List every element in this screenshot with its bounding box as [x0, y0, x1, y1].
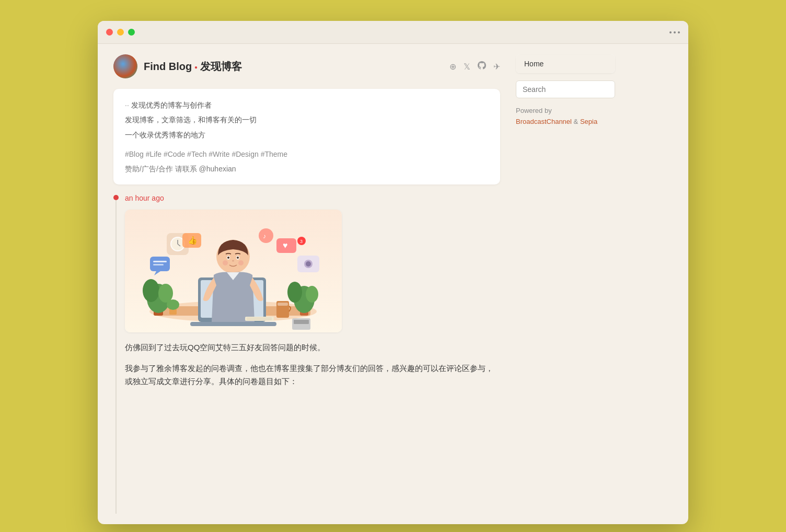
search-input[interactable]	[516, 80, 615, 98]
twitter-icon[interactable]: 𝕏	[464, 62, 470, 72]
svg-point-11	[237, 257, 239, 259]
app-window: Find Blog ● 发现博客 ⊕ 𝕏 ✈ ··发现优秀的博客与创作者	[98, 21, 688, 524]
svg-text:♥: ♥	[283, 241, 288, 250]
svg-point-22	[306, 286, 318, 303]
blog-title-text: Find Blog	[144, 61, 192, 72]
avatar	[113, 54, 137, 78]
info-text-2: 发现博客，文章筛选，和博客有关的一切	[125, 115, 257, 124]
sidebar: Home Powered by BroadcastChannel & Sepia	[516, 54, 615, 514]
contact-line: 赞助/广告/合作 请联系 @huhexian	[125, 165, 489, 174]
sidebar-item-home[interactable]: Home	[516, 54, 615, 73]
dots-decoration: ··	[125, 101, 129, 109]
svg-rect-36	[153, 261, 167, 262]
timeline-line	[115, 200, 117, 514]
svg-point-18	[158, 284, 173, 303]
svg-point-14	[238, 260, 244, 265]
powered-by-label: Powered by	[516, 107, 552, 114]
info-line-3: 一个收录优秀博客的地方	[125, 129, 489, 141]
close-button[interactable]	[106, 29, 113, 36]
svg-point-12	[232, 260, 234, 262]
timeline-content: an hour ago	[125, 194, 500, 388]
rss-icon[interactable]: ⊕	[449, 62, 456, 72]
svg-point-17	[143, 279, 159, 302]
svg-point-48	[259, 228, 273, 243]
sidebar-nav: Home	[516, 54, 615, 73]
titlebar	[98, 21, 688, 44]
blog-header: Find Blog ● 发现博客 ⊕ 𝕏 ✈	[113, 54, 500, 78]
info-line-1: ··发现优秀的博客与创作者	[125, 99, 489, 111]
main-column: Find Blog ● 发现博客 ⊕ 𝕏 ✈ ··发现优秀的博客与创作者	[113, 54, 500, 514]
svg-point-13	[223, 260, 228, 265]
content-area: Find Blog ● 发现博客 ⊕ 𝕏 ✈ ··发现优秀的博客与创作者	[98, 44, 688, 524]
maximize-button[interactable]	[128, 29, 135, 36]
post-text-2: 我参与了雅余博客发起的问卷调查，他也在博客里搜集了部分博友们的回答，感兴趣的可以…	[125, 362, 500, 388]
traffic-lights	[106, 29, 135, 36]
blog-subtitle: 发现博客	[200, 61, 242, 72]
github-icon[interactable]	[478, 61, 486, 72]
avatar-image	[113, 54, 137, 78]
svg-rect-6	[190, 322, 276, 326]
svg-rect-30	[294, 320, 309, 324]
separator-dot: ●	[193, 64, 199, 70]
sepia-link[interactable]: Sepia	[580, 118, 597, 125]
menu-dot	[669, 31, 672, 33]
svg-rect-28	[247, 317, 272, 320]
tags-line: #Blog #Life #Code #Tech #Write #Design #…	[125, 150, 489, 158]
svg-point-26	[167, 299, 179, 310]
menu-dot	[678, 31, 680, 33]
post-text-1: 仿佛回到了过去玩QQ空间艾特三五好友回答问题的时候。	[125, 341, 500, 354]
info-text-3: 一个收录优秀博客的地方	[125, 131, 205, 139]
post-image: ♥ 3	[125, 210, 342, 332]
svg-point-21	[287, 282, 302, 303]
svg-point-10	[227, 257, 229, 259]
powered-by: Powered by BroadcastChannel & Sepia	[516, 106, 615, 128]
powered-by-separator: &	[574, 118, 580, 125]
svg-point-40	[306, 261, 311, 267]
svg-text:3: 3	[300, 239, 303, 244]
svg-rect-37	[153, 264, 164, 265]
svg-text:👍: 👍	[188, 236, 198, 245]
telegram-icon[interactable]: ✈	[493, 62, 500, 72]
timestamp: an hour ago	[125, 194, 500, 202]
post-image-container: ♥ 3	[125, 210, 342, 332]
info-text-1: 发现优秀的博客与创作者	[131, 101, 212, 109]
blog-title: Find Blog ● 发现博客	[144, 60, 242, 74]
titlebar-menu	[669, 31, 680, 33]
menu-dot	[674, 31, 676, 33]
info-line-2: 发现博客，文章筛选，和博客有关的一切	[125, 114, 489, 125]
minimize-button[interactable]	[117, 29, 124, 36]
broadcast-channel-link[interactable]: BroadcastChannel	[516, 118, 572, 125]
info-card: ··发现优秀的博客与创作者 发现博客，文章筛选，和博客有关的一切 一个收录优秀博…	[113, 89, 500, 184]
blog-icons: ⊕ 𝕏 ✈	[449, 61, 500, 72]
blog-title-area: Find Blog ● 发现博客	[113, 54, 242, 78]
timeline-indicator	[113, 194, 119, 514]
svg-rect-24	[278, 303, 288, 306]
timeline-item: an hour ago	[113, 194, 500, 514]
timeline-dot	[113, 195, 119, 200]
svg-text:♪: ♪	[263, 233, 266, 240]
